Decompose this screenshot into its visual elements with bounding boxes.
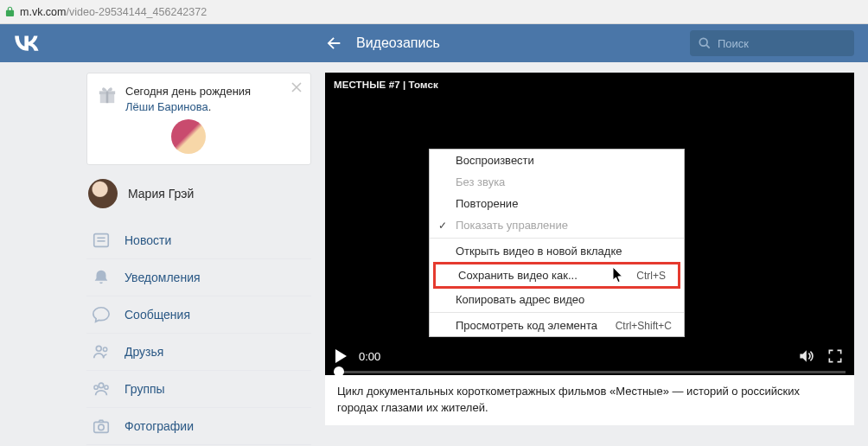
sidebar-item-label: Группы — [124, 382, 165, 396]
video-description: Цикл документальных короткометражных фил… — [325, 375, 854, 425]
ctx-play[interactable]: Воспроизвести — [430, 150, 684, 171]
gift-icon — [98, 86, 117, 105]
svg-point-9 — [103, 347, 106, 351]
message-icon — [92, 305, 111, 324]
news-icon — [92, 231, 111, 250]
sidebar-item-label: Фотографии — [124, 419, 194, 433]
svg-rect-13 — [94, 423, 109, 433]
progress-thumb[interactable] — [334, 366, 344, 377]
video-time: 0:00 — [359, 350, 380, 363]
sidebar-item-news[interactable]: Новости — [86, 222, 311, 259]
svg-point-8 — [96, 346, 101, 351]
friends-icon — [92, 342, 111, 361]
sidebar-item-friends[interactable]: Друзья — [86, 334, 311, 371]
highlighted-option: Сохранить видео как... Ctrl+S — [433, 262, 680, 289]
vk-header: Видеозапись Поиск — [0, 24, 868, 62]
sidebar-item-notifications[interactable]: Уведомления — [86, 259, 311, 296]
video-controls: 0:00 — [325, 337, 854, 375]
cursor-icon — [612, 266, 624, 284]
birthday-card: Сегодня день рождения Лёши Баринова. — [86, 73, 311, 165]
search-input[interactable]: Поиск — [690, 30, 854, 56]
play-button[interactable] — [335, 349, 347, 363]
browser-address-bar[interactable]: m.vk.com/video-29534144_456242372 — [0, 0, 868, 24]
sidebar-item-label: Новости — [124, 233, 171, 247]
search-icon — [699, 37, 711, 49]
svg-rect-5 — [94, 234, 109, 247]
context-menu: Воспроизвести Без звука Повторение ✓Пока… — [429, 149, 685, 337]
bell-icon — [92, 268, 111, 287]
ctx-open-new-tab[interactable]: Открыть видео в новой вкладке — [430, 240, 684, 262]
arrow-left-icon — [324, 34, 343, 53]
ctx-save-as[interactable]: Сохранить видео как... Ctrl+S — [436, 264, 678, 286]
progress-bar[interactable] — [334, 371, 846, 373]
back-button[interactable] — [323, 33, 344, 54]
svg-point-12 — [105, 385, 108, 389]
svg-point-0 — [699, 38, 707, 46]
video-player[interactable]: МЕСТНЫЕ #7 | Томск Воспроизвести Без зву… — [325, 73, 854, 375]
avatar[interactable] — [171, 119, 206, 154]
groups-icon — [92, 379, 111, 398]
sidebar-item-groups[interactable]: Группы — [86, 371, 311, 408]
birthday-person-link[interactable]: Лёши Баринова — [125, 100, 208, 113]
video-title: МЕСТНЫЕ #7 | Томск — [325, 73, 854, 97]
url-text: m.vk.com/video-29534144_456242372 — [20, 6, 207, 18]
svg-rect-4 — [106, 91, 109, 103]
sidebar-item-label: Сообщения — [124, 308, 190, 322]
lock-icon — [5, 6, 15, 17]
vk-logo[interactable] — [14, 35, 150, 51]
fullscreen-icon[interactable] — [827, 347, 844, 365]
volume-icon[interactable] — [797, 347, 814, 365]
svg-point-11 — [94, 385, 98, 389]
sidebar-item-label: Друзья — [124, 345, 163, 359]
ctx-mute: Без звука — [430, 171, 684, 193]
page-title: Видеозапись — [356, 35, 440, 51]
sidebar-item-messages[interactable]: Сообщения — [86, 296, 311, 334]
sidebar-nav: Новости Уведомления Сообщения Друзья Гру… — [86, 222, 311, 445]
avatar — [88, 179, 118, 208]
sidebar-item-photos[interactable]: Фотографии — [86, 408, 311, 445]
camera-icon — [92, 417, 111, 436]
ctx-show-controls: ✓Показать управление — [430, 214, 684, 236]
birthday-text: Сегодня день рождения Лёши Баринова. — [125, 84, 279, 114]
ctx-copy-address[interactable]: Копировать адрес видео — [430, 289, 684, 310]
check-icon: ✓ — [438, 220, 447, 232]
svg-point-14 — [99, 424, 104, 430]
svg-point-10 — [99, 383, 104, 388]
svg-line-1 — [706, 45, 710, 48]
ctx-loop[interactable]: Повторение — [430, 193, 684, 214]
close-icon[interactable] — [291, 82, 302, 92]
sidebar-item-label: Уведомления — [124, 271, 201, 284]
ctx-inspect[interactable]: Просмотреть код элементаCtrl+Shift+C — [430, 315, 684, 336]
current-user-link[interactable]: Мария Грэй — [86, 174, 311, 213]
